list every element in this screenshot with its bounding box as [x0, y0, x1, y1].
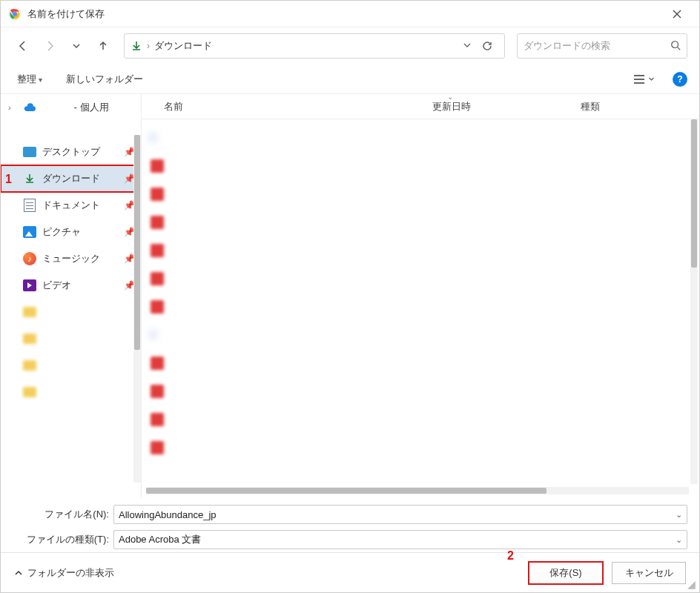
list-group-header[interactable]: ▾	[151, 124, 684, 152]
file-icon	[151, 441, 164, 454]
column-name[interactable]: 名前	[164, 100, 432, 113]
file-list-horizontal-scrollbar[interactable]	[146, 487, 689, 494]
chrome-icon	[8, 7, 22, 21]
sidebar-item-pictures[interactable]: ピクチャ 📌	[1, 219, 141, 245]
sidebar-item-blurred[interactable]	[1, 379, 141, 405]
column-type[interactable]: 種類	[581, 100, 699, 113]
close-button[interactable]	[661, 4, 693, 24]
file-icon	[151, 300, 164, 314]
hide-folders-label: フォルダーの非表示	[27, 566, 114, 580]
sidebar-pictures-label: ピクチャ	[42, 225, 118, 239]
save-as-dialog: 名前を付けて保存 › ダウンロード	[0, 0, 700, 593]
annotation-1: 1	[5, 173, 12, 186]
list-item[interactable]	[151, 377, 684, 405]
file-icon	[151, 216, 164, 229]
sidebar-item-desktop[interactable]: デスクトップ 📌	[1, 139, 141, 165]
content-area: › - 個人用 デスクトップ 📌 ダウンロード 📌	[1, 94, 699, 497]
sidebar-blurred-label	[42, 332, 135, 345]
resize-grip-icon[interactable]: ◢	[687, 580, 696, 589]
list-item[interactable]	[151, 152, 684, 180]
filetype-label: ファイルの種類(T):	[13, 533, 109, 546]
chevron-down-icon[interactable]: ⌄	[676, 510, 682, 520]
titlebar: 名前を付けて保存	[1, 1, 699, 27]
list-item[interactable]	[151, 208, 684, 236]
chevron-down-icon[interactable]: ⌄	[676, 535, 682, 545]
file-list[interactable]: ▾	[142, 119, 699, 497]
list-item[interactable]	[151, 293, 684, 321]
search-icon	[670, 40, 681, 53]
list-item[interactable]	[151, 180, 684, 208]
document-icon	[23, 199, 36, 212]
hide-folders-toggle[interactable]: フォルダーの非表示	[14, 566, 114, 580]
file-list-area: 名前 ⌄ 更新日時 種類 ▾	[142, 94, 699, 497]
file-list-vertical-scrollbar[interactable]	[690, 119, 698, 484]
sidebar-item-downloads[interactable]: ダウンロード 📌	[1, 165, 141, 192]
sidebar-item-onedrive[interactable]: › - 個人用	[1, 94, 141, 121]
sidebar-item-blurred[interactable]	[1, 352, 141, 379]
sidebar-item-documents[interactable]: ドキュメント 📌	[1, 192, 141, 219]
picture-icon	[23, 225, 36, 239]
search-box[interactable]: ダウンロードの検索	[517, 33, 687, 59]
file-icon	[151, 244, 164, 257]
address-bar[interactable]: › ダウンロード	[124, 33, 505, 59]
help-button[interactable]: ?	[673, 72, 687, 87]
file-icon	[151, 357, 164, 370]
window-title: 名前を付けて保存	[27, 7, 661, 21]
list-item[interactable]	[151, 236, 684, 265]
file-icon	[151, 188, 164, 201]
list-item[interactable]	[151, 265, 684, 293]
back-button[interactable]	[13, 36, 33, 56]
new-folder-button[interactable]: 新しいフォルダー	[62, 70, 148, 89]
download-icon	[23, 172, 36, 185]
navigation-pane: › - 個人用 デスクトップ 📌 ダウンロード 📌	[1, 94, 142, 497]
list-item[interactable]	[151, 349, 684, 377]
refresh-button[interactable]	[476, 40, 498, 52]
address-dropdown-icon[interactable]	[463, 41, 472, 52]
filetype-select[interactable]: Adobe Acroba 文書 ⌄	[113, 530, 687, 549]
save-button[interactable]: 保存(S)	[529, 562, 603, 584]
sort-indicator-icon: ⌄	[447, 93, 453, 101]
svg-point-4	[672, 41, 678, 47]
file-icon	[151, 272, 164, 285]
sidebar-downloads-label: ダウンロード	[42, 172, 118, 185]
folder-icon	[23, 385, 36, 399]
sidebar-item-music[interactable]: ミュージック 📌	[1, 245, 141, 272]
file-icon	[151, 385, 164, 398]
view-options-button[interactable]	[629, 71, 659, 87]
recent-locations-button[interactable]	[66, 36, 87, 56]
chevron-up-icon	[14, 569, 23, 577]
svg-point-3	[13, 12, 16, 15]
column-headers: 名前 ⌄ 更新日時 種類	[142, 94, 699, 119]
sidebar-item-videos[interactable]: ビデオ 📌	[1, 272, 141, 299]
sidebar-documents-label: ドキュメント	[42, 199, 118, 212]
desktop-icon	[23, 145, 36, 159]
command-bar: 整理 新しいフォルダー ?	[1, 64, 699, 94]
annotation-2: 2	[507, 549, 514, 563]
list-item[interactable]	[151, 405, 684, 434]
sidebar-scrollbar[interactable]	[133, 135, 141, 483]
sidebar-videos-label: ビデオ	[42, 279, 118, 292]
sidebar-item-blurred[interactable]	[1, 299, 141, 325]
forward-button[interactable]	[39, 36, 60, 56]
column-modified[interactable]: ⌄ 更新日時	[432, 100, 581, 113]
up-button[interactable]	[93, 36, 113, 56]
nav-toolbar: › ダウンロード ダウンロードの検索	[1, 27, 699, 64]
list-group-header[interactable]: ▾	[151, 321, 684, 349]
cancel-button[interactable]: キャンセル	[612, 562, 686, 584]
save-options: ファイル名(N): AllowingAbundance_jp ⌄ ファイルの種類…	[1, 497, 699, 552]
filename-input[interactable]: AllowingAbundance_jp ⌄	[113, 505, 687, 524]
dialog-footer: フォルダーの非表示 保存(S) キャンセル	[1, 552, 699, 592]
list-item[interactable]	[151, 434, 684, 462]
sidebar-blurred-label	[42, 385, 135, 399]
organize-menu[interactable]: 整理	[13, 70, 47, 89]
folder-icon	[23, 359, 36, 372]
search-placeholder: ダウンロードの検索	[524, 39, 670, 53]
sidebar-onedrive-label: - 個人用	[42, 101, 135, 114]
breadcrumb-separator: ›	[147, 41, 150, 51]
sidebar-music-label: ミュージック	[42, 252, 118, 265]
file-icon	[151, 159, 164, 173]
expand-icon[interactable]: ›	[8, 103, 17, 112]
cloud-icon	[23, 101, 36, 114]
folder-icon	[23, 305, 36, 319]
sidebar-item-blurred[interactable]	[1, 325, 141, 352]
